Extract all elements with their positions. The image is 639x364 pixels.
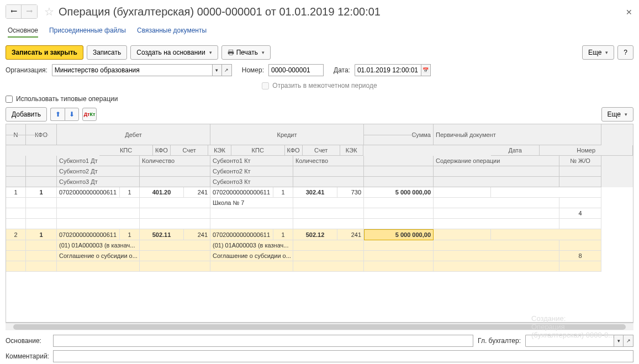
create-based-button[interactable]: Создать на основании: [130, 45, 218, 60]
col-k-acc[interactable]: Счет: [303, 145, 340, 156]
close-icon[interactable]: ✕: [626, 8, 632, 17]
move-down-icon[interactable]: ⬇: [65, 108, 79, 121]
table-row[interactable]: Соглашение о субсидии о... Соглашение о …: [6, 251, 633, 261]
org-open-icon[interactable]: ↗: [222, 64, 232, 76]
col-sub2k[interactable]: Субконто2 Кт: [210, 166, 293, 177]
basis-input[interactable]: [53, 335, 473, 347]
horizontal-scrollbar[interactable]: [6, 323, 633, 330]
back-button[interactable]: 🠔: [6, 5, 22, 18]
favorite-star-icon[interactable]: ☆: [44, 5, 54, 18]
basis-label: Основание:: [6, 337, 49, 345]
col-k-kek[interactable]: КЭК: [340, 145, 363, 156]
col-sub1k[interactable]: Субконто1 Кт: [210, 156, 293, 166]
comment-label: Комментарий:: [6, 352, 49, 360]
org-combo: ▾ ↗: [52, 64, 232, 76]
print-label: Печать: [236, 49, 258, 56]
save-button[interactable]: Записать: [87, 45, 127, 60]
col-k-kfo[interactable]: КФО: [285, 145, 303, 156]
dtkt-icon[interactable]: ДтКт: [82, 108, 97, 121]
col-num[interactable]: Номер: [540, 145, 633, 156]
printer-icon: [228, 49, 234, 56]
accounting-grid: N КФО Дебет Кредит Сумма Первичный докум…: [6, 124, 633, 323]
table-row[interactable]: [6, 261, 633, 272]
svg-rect-0: [229, 50, 233, 52]
col-primary-doc[interactable]: Первичный документ: [434, 124, 601, 145]
date-label: Дата:: [334, 66, 350, 74]
col-d-acc[interactable]: Счет: [171, 145, 208, 156]
table-row[interactable]: [6, 219, 633, 229]
use-typical-label: Использовать типовые операции: [16, 95, 118, 103]
help-button[interactable]: ?: [617, 45, 633, 60]
col-sub2d[interactable]: Субконто2 Дт: [57, 166, 140, 177]
org-label: Организация:: [6, 66, 47, 74]
table-row[interactable]: 4: [6, 208, 633, 219]
table-row[interactable]: (01) 01А000003 (в казнач... (01) 01А0000…: [6, 240, 633, 251]
num-label: Номер:: [242, 66, 264, 74]
use-typical-checkbox[interactable]: [6, 96, 13, 103]
nav-buttons: 🠔 🠖: [6, 4, 38, 19]
col-sub3k[interactable]: Субконто3 Кт: [210, 177, 293, 187]
tab-main[interactable]: Основное: [8, 27, 38, 38]
col-sub3d[interactable]: Субконто3 Дт: [57, 177, 140, 187]
chief-input[interactable]: [525, 335, 614, 347]
col-content[interactable]: Содержание операции: [434, 156, 559, 166]
org-input[interactable]: [52, 64, 212, 76]
scroll-thumb[interactable]: [13, 324, 626, 330]
date-combo: 📅: [355, 64, 431, 76]
comment-input[interactable]: [53, 350, 633, 362]
print-button[interactable]: Печать: [221, 45, 271, 60]
col-qty-k[interactable]: Количество: [293, 156, 364, 166]
table-row[interactable]: Школа № 7: [6, 198, 633, 208]
org-dropdown-icon[interactable]: ▾: [212, 64, 222, 76]
col-d-kek[interactable]: КЭК: [208, 145, 231, 156]
move-buttons: ⬆ ⬇: [50, 108, 79, 121]
interperiod-label: Отразить в межотчетном периоде: [272, 82, 377, 89]
chief-dropdown-icon[interactable]: ▾: [614, 335, 624, 347]
num-input[interactable]: [268, 64, 324, 76]
col-credit[interactable]: Кредит: [210, 124, 364, 145]
chief-open-icon[interactable]: ↗: [624, 335, 633, 347]
col-date[interactable]: Дата: [491, 145, 540, 156]
col-sub1d[interactable]: Субконто1 Дт: [57, 156, 140, 166]
date-input[interactable]: [355, 64, 421, 76]
table-row[interactable]: 1 1 07020000000000611 1 401.20 241 07020…: [6, 187, 633, 198]
interperiod-checkbox: [262, 82, 269, 89]
col-njo[interactable]: № Ж/О: [559, 156, 601, 166]
col-debit[interactable]: Дебет: [57, 124, 210, 145]
forward-button[interactable]: 🠖: [22, 5, 37, 18]
col-d-kfo[interactable]: КФО: [153, 145, 171, 156]
calendar-icon[interactable]: 📅: [421, 64, 431, 76]
more-button[interactable]: Еще: [582, 45, 614, 60]
tab-linked[interactable]: Связанные документы: [137, 27, 207, 38]
svg-rect-2: [229, 54, 233, 55]
chief-label: Гл. бухгалтер:: [478, 337, 521, 345]
page-title: Операция (бухгалтерская) 0000-000001 от …: [59, 6, 381, 18]
save-close-button[interactable]: Записать и закрыть: [6, 45, 83, 60]
col-d-kps[interactable]: КПС: [99, 145, 153, 156]
col-k-kps[interactable]: КПС: [231, 145, 285, 156]
move-up-icon[interactable]: ⬆: [50, 108, 65, 121]
add-row-button[interactable]: Добавить: [6, 107, 47, 122]
tabs: Основное Присоединенные файлы Связанные …: [0, 23, 639, 43]
table-row[interactable]: 2 1 07020000000000611 1 502.11 241 07020…: [6, 229, 633, 240]
col-qty-d[interactable]: Количество: [140, 156, 210, 166]
grid-more-button[interactable]: Еще: [601, 107, 633, 122]
tab-files[interactable]: Присоединенные файлы: [49, 27, 126, 38]
chief-combo: ▾ ↗: [525, 335, 633, 347]
